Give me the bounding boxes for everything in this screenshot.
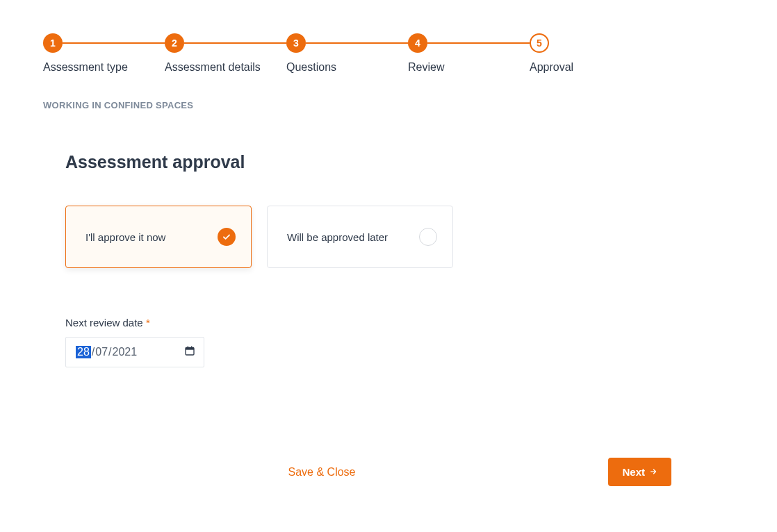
save-close-button[interactable]: Save & Close <box>286 460 359 484</box>
next-review-date-field: Next review date * 28 / 07 / 2021 <box>65 317 734 367</box>
step-assessment-details[interactable]: 2 Assessment details <box>165 33 286 74</box>
step-label: Questions <box>286 61 336 74</box>
next-review-date-input[interactable]: 28 / 07 / 2021 <box>65 337 204 367</box>
radio-unchecked-icon <box>419 228 437 246</box>
step-connector <box>63 42 165 44</box>
step-connector <box>184 42 286 44</box>
step-label: Review <box>408 61 444 74</box>
next-button-label: Next <box>622 466 645 478</box>
next-button[interactable]: Next <box>608 458 671 486</box>
approve-later-label: Will be approved later <box>287 231 388 243</box>
approval-page: 1 Assessment type 2 Assessment details 3… <box>0 0 777 514</box>
field-label-text: Next review date <box>65 317 143 329</box>
calendar-icon[interactable] <box>184 345 195 359</box>
step-label: Approval <box>530 61 573 74</box>
approval-content: Assessment approval I'll approve it now … <box>43 152 734 367</box>
assessment-context-title: WORKING IN CONFINED SPACES <box>43 100 734 110</box>
step-label: Assessment details <box>165 61 261 74</box>
step-number-2: 2 <box>165 33 184 53</box>
approval-option-group: I'll approve it now Will be approved lat… <box>65 206 734 268</box>
required-marker: * <box>146 317 150 329</box>
step-label: Assessment type <box>43 61 128 74</box>
step-number-3: 3 <box>286 33 306 53</box>
check-circle-icon <box>218 228 236 246</box>
step-assessment-type[interactable]: 1 Assessment type <box>43 33 165 74</box>
date-day-segment[interactable]: 28 <box>76 346 91 358</box>
arrow-right-icon <box>649 466 657 478</box>
next-review-date-label: Next review date * <box>65 317 734 329</box>
step-number-5: 5 <box>530 33 549 53</box>
step-number-1: 1 <box>43 33 63 53</box>
stepper: 1 Assessment type 2 Assessment details 3… <box>43 33 582 74</box>
approve-now-label: I'll approve it now <box>85 231 165 243</box>
date-value: 28 / 07 / 2021 <box>76 346 137 358</box>
step-questions[interactable]: 3 Questions <box>286 33 408 74</box>
step-number-4: 4 <box>408 33 427 53</box>
step-approval[interactable]: 5 Approval <box>530 33 573 74</box>
svg-rect-3 <box>191 346 192 348</box>
page-title: Assessment approval <box>65 152 734 172</box>
step-connector <box>306 42 408 44</box>
date-month-segment[interactable]: 07 <box>95 346 108 358</box>
footer-actions: Save & Close Next <box>43 458 734 486</box>
date-year-segment[interactable]: 2021 <box>113 346 138 358</box>
approve-later-option[interactable]: Will be approved later <box>267 206 453 268</box>
svg-rect-2 <box>188 346 188 348</box>
svg-rect-1 <box>186 347 194 349</box>
approve-now-option[interactable]: I'll approve it now <box>65 206 252 268</box>
step-connector <box>427 42 530 44</box>
step-review[interactable]: 4 Review <box>408 33 530 74</box>
